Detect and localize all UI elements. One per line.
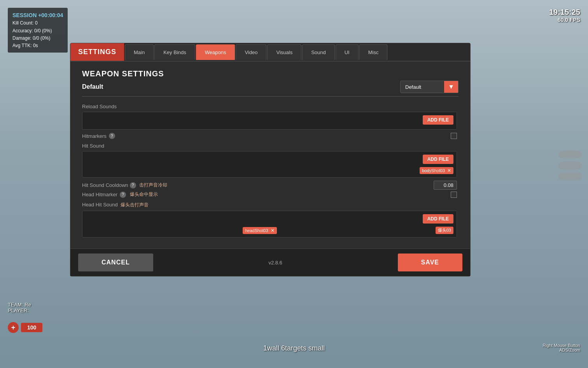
hit-sound-add-file-button[interactable]: ADD FILE bbox=[423, 155, 453, 164]
hit-sound-top: ADD FILE bbox=[86, 155, 453, 164]
tab-keybinds[interactable]: Key Binds bbox=[154, 44, 195, 60]
tab-weapons[interactable]: Weapons bbox=[196, 44, 235, 60]
ads-label: Right Mouse Button ADS/Zoom bbox=[542, 343, 580, 352]
tab-visuals[interactable]: Visuals bbox=[267, 44, 301, 60]
preset-dropdown-text: Default bbox=[401, 82, 444, 92]
reload-sounds-file-area: ADD FILE bbox=[82, 112, 457, 130]
reload-sounds-top: ADD FILE bbox=[86, 115, 453, 125]
settings-bottom-bar: CANCEL v2.8.6 SAVE bbox=[70, 248, 470, 276]
cooldown-tooltip: 击打声音冷却 bbox=[139, 182, 167, 188]
scroll-pill-3[interactable] bbox=[558, 173, 582, 180]
tab-video[interactable]: Video bbox=[236, 44, 266, 60]
health-plus-icon: + bbox=[8, 322, 19, 333]
settings-title: SETTINGS bbox=[70, 43, 124, 61]
version-label: v2.8.6 bbox=[268, 260, 282, 266]
hit-sound-cooldown-row: Hit Sound Cooldown ? 击打声音冷却 bbox=[82, 181, 457, 190]
clock-display: 19:15:25 bbox=[549, 8, 580, 17]
head-hitmarker-checkbox[interactable] bbox=[451, 192, 457, 198]
hit-sound-label: Hit Sound bbox=[82, 143, 457, 149]
preset-dropdown[interactable]: Default ▼ bbox=[400, 81, 458, 93]
save-button[interactable]: SAVE bbox=[398, 254, 462, 271]
team-label: TEAM: Re bbox=[8, 302, 31, 308]
head-hitmarker-row: Head Hitmarker ? 爆头命中显示 bbox=[82, 191, 457, 198]
cancel-button[interactable]: CANCEL bbox=[78, 254, 153, 271]
head-hitmarker-help-icon: ? bbox=[120, 192, 126, 198]
head-hit-sound-top: ADD FILE bbox=[86, 214, 453, 224]
damage-label: Damage: bbox=[12, 35, 32, 41]
reload-sounds-label: Reload Sounds bbox=[82, 104, 457, 109]
hud-health-bar: + 100 bbox=[8, 322, 42, 333]
head-hit-sound-file-area: ADD FILE headShot03 ✕ 爆头03 bbox=[82, 211, 457, 238]
head-hit-sound-tags: headShot03 ✕ 爆头03 bbox=[86, 225, 453, 234]
hit-sound-cooldown-input[interactable] bbox=[434, 181, 457, 190]
hitmarkers-help-icon: ? bbox=[109, 133, 115, 139]
accuracy-row: Accuracy: 0/0 (0%) bbox=[12, 27, 63, 35]
tab-misc[interactable]: Misc bbox=[359, 44, 388, 60]
tab-sound[interactable]: Sound bbox=[302, 44, 335, 60]
reload-sounds-add-file-button[interactable]: ADD FILE bbox=[423, 115, 453, 125]
player-label: PLAYER: bbox=[8, 308, 31, 313]
session-timer: SESSION +00:00:04 bbox=[12, 11, 63, 19]
health-value: 100 bbox=[21, 323, 42, 332]
right-scrollbars bbox=[555, 148, 585, 183]
avg-ttk-row: Avg TTK: 0s bbox=[12, 42, 63, 49]
accuracy-value: 0/0 (0%) bbox=[34, 28, 52, 33]
head-hitmarker-label: Head Hitmarker ? 爆头命中显示 bbox=[82, 191, 451, 198]
avg-ttk-label: Avg TTK: bbox=[12, 43, 32, 48]
hit-sound-file-area: ADD FILE bodyShot03 ✕ bbox=[82, 151, 457, 178]
tabs-bar: Main Key Binds Weapons Video Visuals Sou… bbox=[124, 44, 470, 60]
tab-ui[interactable]: UI bbox=[336, 44, 359, 60]
settings-content: WEAPON SETTINGS Default Default ▼ Reload… bbox=[70, 61, 470, 248]
preset-label: Default bbox=[82, 83, 400, 90]
settings-header: SETTINGS Main Key Binds Weapons Video Vi… bbox=[70, 43, 470, 61]
hit-sound-tag: bodyShot03 ✕ bbox=[420, 167, 453, 174]
dropdown-arrow-icon[interactable]: ▼ bbox=[444, 81, 458, 93]
cooldown-help-icon: ? bbox=[130, 182, 136, 188]
scroll-pill-1[interactable] bbox=[558, 151, 582, 158]
hud-team-player: TEAM: Re PLAYER: bbox=[8, 302, 31, 313]
tab-main[interactable]: Main bbox=[125, 44, 154, 60]
head-hit-sound-add-file-button[interactable]: ADD FILE bbox=[423, 214, 453, 224]
fps-display: 60.0 FPS bbox=[549, 17, 580, 23]
head-hit-sound-tooltip: 爆头击打声音 bbox=[121, 202, 149, 208]
divider-1 bbox=[82, 96, 458, 97]
head-hitmarker-tooltip: 爆头命中显示 bbox=[130, 191, 158, 198]
hitmarkers-row: Hitmarkers ? bbox=[82, 133, 457, 139]
kill-count-value: 0 bbox=[35, 20, 38, 26]
hud-clock: 19:15:25 60.0 FPS bbox=[549, 8, 580, 23]
hitmarkers-label: Hitmarkers ? bbox=[82, 133, 451, 139]
avg-ttk-value: 0s bbox=[33, 43, 38, 48]
session-label: SESSION bbox=[12, 12, 37, 18]
preset-row: Default Default ▼ bbox=[82, 81, 458, 93]
hit-sound-cooldown-label: Hit Sound Cooldown ? 击打声音冷却 bbox=[82, 182, 434, 188]
head-hit-sound-tag: headShot03 ✕ bbox=[243, 227, 276, 234]
scroll-pill-2[interactable] bbox=[558, 162, 582, 169]
head-hit-sound-label: Head Hit Sound 爆头击打声音 bbox=[82, 202, 457, 208]
weapon-settings-title: WEAPON SETTINGS bbox=[82, 69, 458, 78]
kill-count-label: Kill Count: bbox=[12, 20, 34, 26]
hud-session-info: SESSION +00:00:04 Kill Count: 0 Accuracy… bbox=[8, 8, 68, 53]
hit-sound-tags: bodyShot03 ✕ bbox=[86, 166, 453, 174]
head-hit-sound-tag-close-icon[interactable]: ✕ bbox=[271, 228, 275, 233]
scrollable-content[interactable]: Reload Sounds ADD FILE Hitmarkers ? Hit … bbox=[82, 100, 458, 241]
hitmarkers-checkbox[interactable] bbox=[451, 133, 457, 139]
hit-sound-tag-close-icon[interactable]: ✕ bbox=[447, 168, 451, 173]
session-time-value: +00:00:04 bbox=[38, 12, 63, 18]
map-label: 1wall 6targets small bbox=[263, 344, 325, 352]
kill-count-row: Kill Count: 0 bbox=[12, 19, 63, 27]
accuracy-label: Accuracy: bbox=[12, 28, 33, 33]
settings-modal: SETTINGS Main Key Binds Weapons Video Vi… bbox=[70, 43, 471, 276]
damage-value: 0/0 (0%) bbox=[33, 35, 50, 41]
damage-row: Damage: 0/0 (0%) bbox=[12, 35, 63, 42]
head-hit-sound-tag2: 爆头03 bbox=[436, 227, 453, 234]
